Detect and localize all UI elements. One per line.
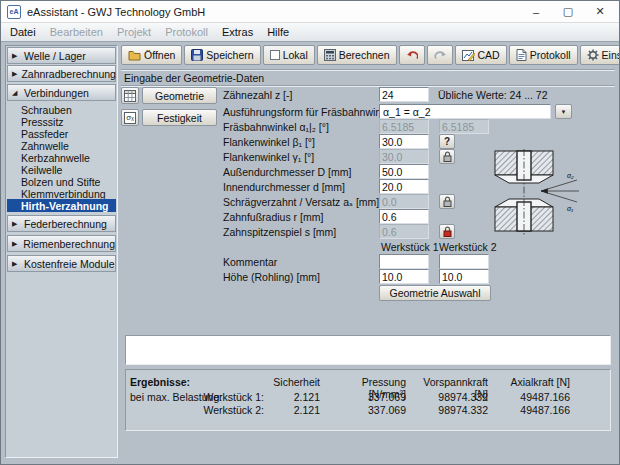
geometrie-tab-button[interactable]: Geometrie bbox=[142, 87, 217, 104]
chevron-right-icon: ▶ bbox=[12, 70, 17, 78]
sidebar-label: Zahnradberechnung bbox=[21, 68, 116, 80]
sidebar-item-riemenberechnung[interactable]: ▶ Riemenberechnung bbox=[7, 235, 116, 252]
lock-gamma-button[interactable] bbox=[439, 149, 455, 164]
werkstueck2-column-header: Werkstück 2 bbox=[439, 241, 497, 253]
innendurchmesser-label: Innendurchmesser d [mm] bbox=[223, 181, 345, 193]
sidebar-item-welle-lager[interactable]: ▶ Welle / Lager bbox=[7, 47, 116, 64]
toolbar: Öffnen Speichern Lokal Berechnen bbox=[121, 45, 615, 66]
fraesbahnwinkel-label: Fräsbahnwinkel α₁|₂ [°] bbox=[223, 121, 329, 133]
red-lock-icon bbox=[443, 226, 452, 237]
alpha1-label: α₁ bbox=[567, 205, 574, 212]
section-header: Eingabe der Geometrie-Daten bbox=[121, 69, 615, 86]
sidebar-item-hirth-verzahnung[interactable]: Hirth-Verzahnung bbox=[7, 199, 116, 212]
lokal-label: Lokal bbox=[283, 49, 308, 61]
window-title: eAssistant - GWJ Technology GmbH bbox=[27, 6, 517, 18]
hoehe-input-1[interactable] bbox=[379, 269, 429, 284]
section-title: Eingabe der Geometrie-Daten bbox=[124, 72, 264, 84]
undo-button[interactable] bbox=[399, 45, 425, 65]
minimize-button[interactable]: – bbox=[523, 3, 549, 21]
lock-icon bbox=[443, 151, 452, 162]
festigkeit-icon-button[interactable]: σₓ bbox=[121, 109, 139, 126]
kommentar-label: Kommentar bbox=[223, 256, 277, 268]
row2-pressung: 337.069 bbox=[326, 404, 406, 416]
innendurchmesser-input[interactable] bbox=[379, 179, 429, 194]
row2-axialkraft: 49487.166 bbox=[490, 404, 570, 416]
calculate-label: Berechnen bbox=[339, 49, 390, 61]
open-label: Öffnen bbox=[144, 49, 175, 61]
calculate-button[interactable]: Berechnen bbox=[317, 45, 397, 65]
cad-label: CAD bbox=[478, 49, 500, 61]
aussendurchmesser-input[interactable] bbox=[379, 164, 429, 179]
menu-extras[interactable]: Extras bbox=[215, 24, 260, 40]
aussendurchmesser-label: Außendurchmesser D [mm] bbox=[223, 166, 351, 178]
geometrie-icon-button[interactable] bbox=[121, 87, 139, 104]
zahnfussradius-label: Zahnfußradius r [mm] bbox=[223, 211, 323, 223]
app-window: eA eAssistant - GWJ Technology GmbH – ▢ … bbox=[0, 0, 620, 465]
row2-sicherheit: 2.121 bbox=[246, 404, 320, 416]
lock-icon bbox=[443, 196, 452, 207]
menu-datei[interactable]: Datei bbox=[3, 24, 43, 40]
dropdown-arrow-button[interactable]: ▼ bbox=[555, 104, 572, 119]
hoehe-input-2[interactable] bbox=[439, 269, 489, 284]
maximize-button[interactable]: ▢ bbox=[555, 3, 581, 21]
flankenwinkel-gamma-label: Flankenwinkel γ₁ [°] bbox=[223, 151, 314, 163]
app-icon: eA bbox=[7, 5, 21, 19]
row2-vorspannkraft: 98974.332 bbox=[408, 404, 488, 416]
kommentar-input-1[interactable] bbox=[379, 254, 429, 269]
row1-pressung: 337.069 bbox=[326, 391, 406, 403]
ausfuehrungsform-select[interactable]: α_1 = α_2 bbox=[379, 104, 551, 119]
werkstueck1-column-header: Werkstück 1 bbox=[381, 241, 439, 253]
lock-zahnspitzenspiel-button[interactable] bbox=[439, 224, 455, 239]
chevron-right-icon: ▶ bbox=[12, 240, 19, 248]
save-button[interactable]: Speichern bbox=[184, 45, 260, 65]
results-panel: Ergebnisse: Sicherheit Pressung [N/mm²] … bbox=[125, 369, 611, 431]
col-sicherheit: Sicherheit bbox=[246, 376, 320, 388]
chevron-right-icon: ▶ bbox=[12, 220, 20, 228]
menu-protokoll: Protokoll bbox=[158, 24, 215, 40]
save-label: Speichern bbox=[206, 49, 253, 61]
flankenwinkel-beta-input[interactable] bbox=[379, 134, 429, 149]
fraesbahnwinkel-input-2 bbox=[439, 119, 489, 134]
protokoll-button[interactable]: Protokoll bbox=[509, 45, 578, 65]
sidebar-item-kostenfreie-module[interactable]: ▶ Kostenfreie Module bbox=[7, 255, 116, 272]
geometrie-auswahl-button[interactable]: Geometrie Auswahl bbox=[379, 285, 491, 301]
gear-icon bbox=[587, 49, 599, 61]
row1-axialkraft: 49487.166 bbox=[490, 391, 570, 403]
folder-open-icon bbox=[128, 49, 141, 61]
versatz-label: Schrägverzahnt / Versatz aₛ [mm] bbox=[223, 196, 379, 208]
sigma-icon: σₓ bbox=[124, 112, 136, 124]
ausfuehrungsform-label: Ausführungsform für Fräsbahnwinkel: bbox=[223, 106, 398, 118]
festigkeit-tab-button[interactable]: Festigkeit bbox=[142, 109, 217, 126]
question-button[interactable]: ? bbox=[439, 134, 455, 149]
cad-board-icon bbox=[462, 49, 475, 61]
zahnspitzenspiel-label: Zahnspitzenspiel s [mm] bbox=[223, 226, 336, 238]
sidebar-label: Kostenfreie Module bbox=[24, 258, 114, 270]
usual-values-hint: Übliche Werte: 24 ... 72 bbox=[438, 89, 548, 101]
sidebar-label: Verbindungen bbox=[24, 87, 89, 99]
sidebar-item-verbindungen[interactable]: ◢ Verbindungen bbox=[7, 84, 116, 101]
lokal-checkbox[interactable] bbox=[270, 50, 280, 60]
sidebar-item-federberechnung[interactable]: ▶ Federberechnung bbox=[7, 215, 116, 232]
lokal-checkbox-group[interactable]: Lokal bbox=[263, 45, 315, 65]
results-title: Ergebnisse: bbox=[130, 376, 190, 388]
lock-versatz-button[interactable] bbox=[439, 194, 455, 209]
sidebar-item-zahnradberechnung[interactable]: ▶ Zahnradberechnung bbox=[7, 65, 116, 82]
cad-button[interactable]: CAD bbox=[455, 45, 507, 65]
menu-bar: Datei Bearbeiten Projekt Protokoll Extra… bbox=[1, 23, 619, 42]
einstellungen-button[interactable]: Einstellungen bbox=[580, 45, 620, 65]
versatz-input bbox=[379, 194, 429, 209]
fraesbahnwinkel-input-1 bbox=[379, 119, 429, 134]
sidebar-label: Riemenberechnung bbox=[23, 238, 115, 250]
kommentar-input-2[interactable] bbox=[439, 254, 489, 269]
alpha2-label: α₂ bbox=[567, 172, 574, 179]
document-icon bbox=[516, 49, 527, 61]
zaehnezahl-input[interactable] bbox=[379, 87, 429, 102]
menu-hilfe[interactable]: Hilfe bbox=[260, 24, 296, 40]
menu-projekt: Projekt bbox=[110, 24, 158, 40]
redo-button bbox=[427, 45, 453, 65]
chevron-down-icon: ▼ bbox=[561, 109, 567, 115]
open-button[interactable]: Öffnen bbox=[121, 45, 182, 65]
close-button[interactable]: ✕ bbox=[587, 3, 613, 21]
redo-arrow-icon bbox=[434, 50, 446, 61]
zahnfussradius-input[interactable] bbox=[379, 209, 429, 224]
